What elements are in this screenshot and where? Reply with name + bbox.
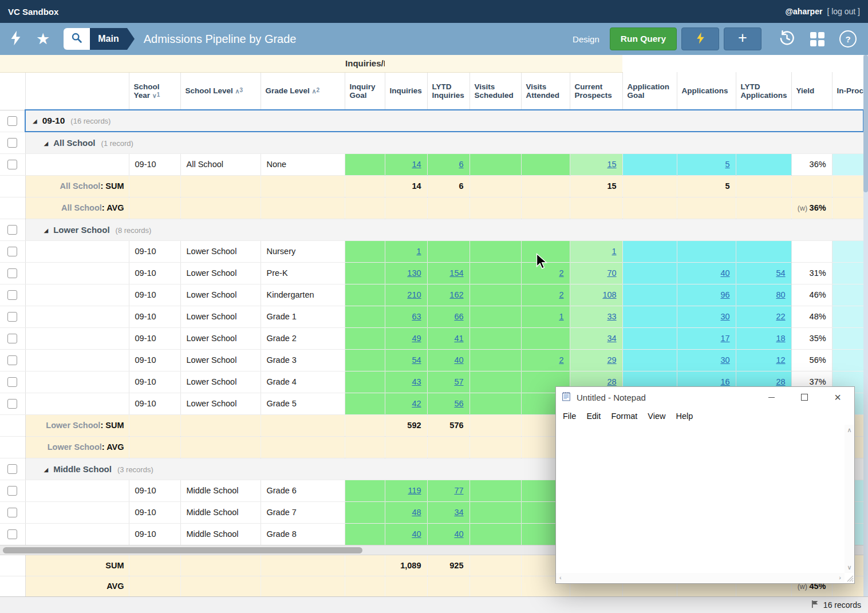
data-row[interactable]: 09-10Lower SchoolGrade 16366133302248% <box>0 306 863 327</box>
group-row[interactable]: ◢All School(1 record) <box>0 132 863 153</box>
cell-value-link[interactable]: 1 <box>416 247 421 256</box>
cell-value-link[interactable]: 40 <box>412 529 421 539</box>
column-header-inq[interactable]: Inquiries <box>385 72 427 110</box>
cell-value-link[interactable]: 1 <box>612 247 617 256</box>
cell-value-link[interactable]: 56 <box>454 399 463 408</box>
group-row[interactable]: ◢09-10(16 records) <box>0 110 863 132</box>
cell-value-link[interactable]: 210 <box>407 290 421 299</box>
vertical-scrollbar-thumb[interactable] <box>863 55 868 192</box>
collapse-triangle-icon[interactable]: ◢ <box>33 118 37 124</box>
history-icon[interactable] <box>779 30 795 49</box>
row-checkbox[interactable] <box>7 508 17 517</box>
help-icon[interactable]: ? <box>839 30 857 48</box>
cell-value-link[interactable]: 6 <box>459 160 463 169</box>
cell-value-link[interactable]: 80 <box>776 290 785 299</box>
row-checkbox[interactable] <box>7 268 17 278</box>
column-header-va[interactable]: Visits Attended <box>521 72 570 110</box>
cell-value-link[interactable]: 2 <box>559 268 563 278</box>
notepad-window[interactable]: Untitled - Notepad × FileEditFormatViewH… <box>555 386 855 584</box>
bolt-nav-icon[interactable] <box>10 30 21 48</box>
column-header-grade[interactable]: Grade Level ∧2 <box>261 72 345 110</box>
column-header-ag[interactable]: Application Goal <box>622 72 677 110</box>
cell-value-link[interactable]: 28 <box>776 377 785 386</box>
add-button[interactable]: + <box>724 27 762 50</box>
logout-link[interactable]: [ log out ] <box>827 7 860 16</box>
cell-value-link[interactable]: 30 <box>720 355 729 365</box>
collapse-triangle-icon[interactable]: ◢ <box>44 140 49 147</box>
cell-value-link[interactable]: 40 <box>454 529 463 539</box>
data-row[interactable]: 09-10All SchoolNone14615536% <box>0 153 863 175</box>
cell-value-link[interactable]: 34 <box>454 508 463 517</box>
design-link[interactable]: Design <box>573 34 599 44</box>
cell-value-link[interactable]: 15 <box>607 160 616 169</box>
cell-value-link[interactable]: 18 <box>776 334 785 343</box>
quick-run-button[interactable] <box>681 27 719 50</box>
notepad-menu-file[interactable]: File <box>558 412 581 421</box>
data-row[interactable]: 09-10Lower SchoolKindergarten21016221089… <box>0 284 863 306</box>
search-button[interactable] <box>64 28 90 50</box>
data-row[interactable]: 09-10Lower SchoolNursery11 <box>0 240 863 262</box>
column-header-cp[interactable]: Current Prospects <box>570 72 622 110</box>
notepad-titlebar[interactable]: Untitled - Notepad × <box>556 387 854 408</box>
cell-value-link[interactable]: 130 <box>407 268 421 278</box>
row-checkbox[interactable] <box>7 464 17 474</box>
cell-value-link[interactable]: 42 <box>412 399 421 408</box>
row-checkbox[interactable] <box>7 334 17 343</box>
column-header-lapps[interactable]: LYTD Applications <box>736 72 791 110</box>
data-row[interactable]: 09-10Lower SchoolPre-K130154270405431% <box>0 262 863 284</box>
run-query-button[interactable]: Run Query <box>610 27 677 50</box>
cell-value-link[interactable]: 54 <box>776 268 785 278</box>
row-checkbox[interactable] <box>7 399 17 409</box>
column-header-level[interactable]: School Level ∧3 <box>180 72 261 110</box>
collapse-triangle-icon[interactable]: ◢ <box>44 227 49 234</box>
data-row[interactable]: 09-10Lower SchoolGrade 35440229301256% <box>0 349 863 371</box>
cell-value-link[interactable]: 5 <box>725 160 730 169</box>
cell-value-link[interactable]: 1 <box>559 312 563 321</box>
cell-value-link[interactable]: 12 <box>776 355 785 365</box>
notepad-text-area[interactable]: ∧ ∨ ‹ › <box>556 425 854 583</box>
row-checkbox[interactable] <box>7 225 17 235</box>
cell-value-link[interactable]: 154 <box>449 268 463 278</box>
cell-value-link[interactable]: 66 <box>454 312 463 321</box>
apps-grid-icon[interactable] <box>810 32 824 46</box>
column-header-vs[interactable]: Visits Scheduled <box>469 72 521 110</box>
row-checkbox[interactable] <box>7 486 17 496</box>
cell-value-link[interactable]: 28 <box>607 377 616 386</box>
notepad-menu-help[interactable]: Help <box>670 412 698 421</box>
close-button[interactable]: × <box>821 387 854 408</box>
vertical-scrollbar[interactable] <box>863 55 868 596</box>
row-checkbox[interactable] <box>7 290 17 300</box>
column-header-lytd[interactable]: LYTD Inquiries <box>427 72 469 110</box>
row-checkbox[interactable] <box>7 116 17 126</box>
notepad-menu-view[interactable]: View <box>642 412 670 421</box>
cell-value-link[interactable]: 162 <box>449 290 463 299</box>
cell-value-link[interactable]: 54 <box>412 355 421 365</box>
cell-value-link[interactable]: 77 <box>454 486 463 495</box>
data-row[interactable]: 09-10Lower SchoolGrade 2494134171835% <box>0 327 863 349</box>
group-row[interactable]: ◢Lower School(8 records) <box>0 219 863 240</box>
cell-value-link[interactable]: 29 <box>607 355 616 365</box>
row-checkbox[interactable] <box>7 355 17 365</box>
scroll-right-icon[interactable]: › <box>839 575 841 581</box>
cell-value-link[interactable]: 48 <box>412 508 421 517</box>
scroll-down-icon[interactable]: ∨ <box>847 564 851 571</box>
row-checkbox[interactable] <box>7 247 17 256</box>
column-header-year[interactable]: School Year ∨1 <box>129 72 180 110</box>
cell-value-link[interactable]: 16 <box>720 377 729 386</box>
notepad-horizontal-scrollbar[interactable]: ‹ › <box>556 573 845 583</box>
column-header-inproc[interactable]: In-Proc <box>832 72 863 110</box>
notepad-menu-edit[interactable]: Edit <box>581 412 606 421</box>
cell-value-link[interactable]: 2 <box>559 290 563 299</box>
resize-grip[interactable] <box>845 573 854 583</box>
cell-value-link[interactable]: 108 <box>602 290 616 299</box>
scroll-up-icon[interactable]: ∧ <box>847 427 851 433</box>
notepad-menu-format[interactable]: Format <box>606 412 642 421</box>
cell-value-link[interactable]: 96 <box>720 290 729 299</box>
column-header-yield[interactable]: Yield <box>791 72 832 110</box>
cell-value-link[interactable]: 119 <box>408 486 421 495</box>
column-header-ig[interactable]: Inquiry Goal <box>345 72 385 110</box>
horizontal-scrollbar-thumb[interactable] <box>3 547 362 553</box>
maximize-button[interactable] <box>788 387 821 408</box>
cell-value-link[interactable]: 17 <box>720 334 729 343</box>
cell-value-link[interactable]: 30 <box>720 312 729 321</box>
